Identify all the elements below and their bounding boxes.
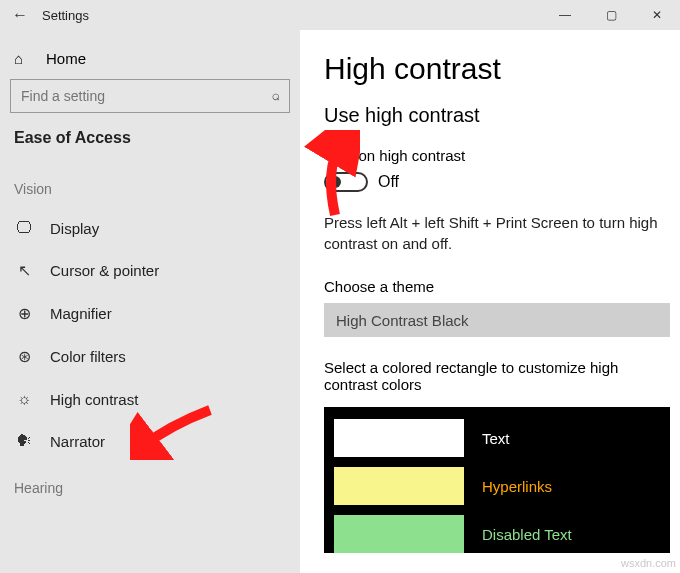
subhead-vision: Vision [0, 163, 300, 207]
window-title: Settings [42, 8, 89, 23]
section-title: Use high contrast [324, 104, 670, 127]
sidebar-item-label: Cursor & pointer [50, 262, 159, 279]
sidebar-item-display[interactable]: 🖵 Display [0, 207, 300, 249]
sidebar-item-label: High contrast [50, 391, 138, 408]
shortcut-hint: Press left Alt + left Shift + Print Scre… [324, 212, 670, 254]
sidebar-item-label: Magnifier [50, 305, 112, 322]
theme-selected: High Contrast Black [336, 312, 469, 329]
customize-label: Select a colored rectangle to customize … [324, 359, 670, 393]
swatch-label: Text [482, 430, 510, 447]
theme-dropdown[interactable]: High Contrast Black [324, 303, 670, 337]
sidebar-item-high-contrast[interactable]: ☼ High contrast [0, 378, 300, 420]
toggle-label: Turn on high contrast [324, 147, 670, 164]
sidebar-home[interactable]: ⌂ Home [0, 44, 300, 79]
swatch-panel: Text Hyperlinks Disabled Text [324, 407, 670, 553]
high-contrast-toggle[interactable] [324, 172, 368, 192]
swatch-hyperlinks[interactable] [334, 467, 464, 505]
swatch-label: Hyperlinks [482, 478, 552, 495]
theme-label: Choose a theme [324, 278, 670, 295]
swatch-label: Disabled Text [482, 526, 572, 543]
search-icon: ⌕ [272, 87, 280, 103]
sidebar-item-label: Narrator [50, 433, 105, 450]
magnifier-icon: ⊕ [14, 304, 34, 323]
swatch-row-hyperlinks[interactable]: Hyperlinks [334, 467, 660, 505]
high-contrast-icon: ☼ [14, 390, 34, 408]
subhead-hearing: Hearing [0, 462, 300, 506]
swatch-row-disabled[interactable]: Disabled Text [334, 515, 660, 553]
display-icon: 🖵 [14, 219, 34, 237]
color-filters-icon: ⊛ [14, 347, 34, 366]
swatch-disabled[interactable] [334, 515, 464, 553]
watermark: wsxdn.com [621, 557, 676, 569]
swatch-row-text[interactable]: Text [334, 419, 660, 457]
sidebar-item-magnifier[interactable]: ⊕ Magnifier [0, 292, 300, 335]
sidebar-item-color-filters[interactable]: ⊛ Color filters [0, 335, 300, 378]
search-input[interactable] [10, 79, 290, 113]
home-icon: ⌂ [14, 50, 32, 67]
swatch-text[interactable] [334, 419, 464, 457]
sidebar-group-title: Ease of Access [0, 129, 300, 163]
page-title: High contrast [324, 52, 670, 86]
sidebar: ⌂ Home ⌕ Ease of Access Vision 🖵 Display… [0, 30, 300, 573]
sidebar-item-label: Color filters [50, 348, 126, 365]
minimize-button[interactable]: — [542, 0, 588, 30]
narrator-icon: 🗣 [14, 432, 34, 450]
toggle-state: Off [378, 173, 399, 191]
sidebar-item-narrator[interactable]: 🗣 Narrator [0, 420, 300, 462]
back-button[interactable]: ← [12, 6, 42, 24]
close-button[interactable]: ✕ [634, 0, 680, 30]
sidebar-item-cursor[interactable]: ↖ Cursor & pointer [0, 249, 300, 292]
titlebar: ← Settings — ▢ ✕ [0, 0, 680, 30]
cursor-icon: ↖ [14, 261, 34, 280]
content: High contrast Use high contrast Turn on … [300, 30, 680, 573]
sidebar-item-label: Display [50, 220, 99, 237]
toggle-knob [329, 176, 341, 188]
home-label: Home [46, 50, 86, 67]
maximize-button[interactable]: ▢ [588, 0, 634, 30]
